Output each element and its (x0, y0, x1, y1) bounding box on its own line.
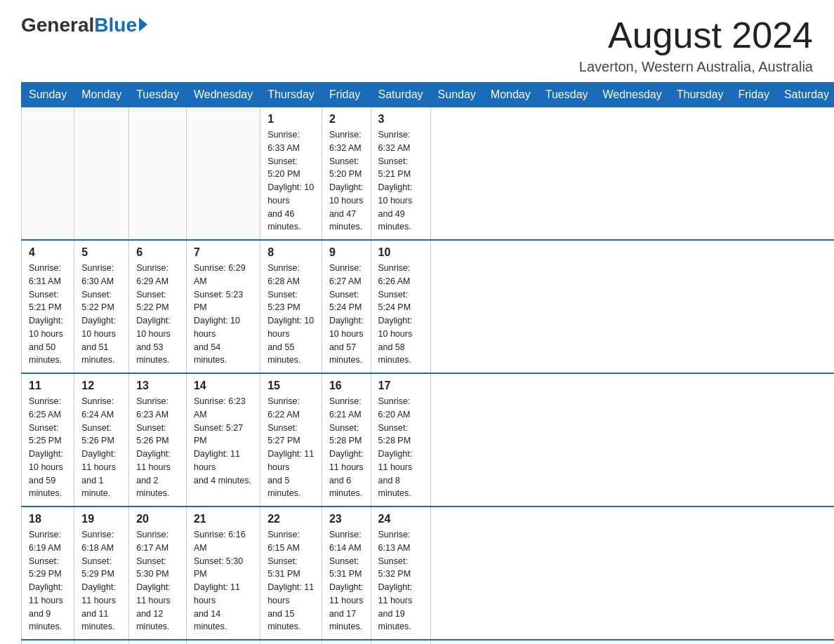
calendar-cell: 12Sunrise: 6:24 AM Sunset: 5:26 PM Dayli… (74, 373, 129, 507)
day-header-wednesday: Wednesday (595, 83, 669, 107)
logo-arrow-icon (139, 18, 147, 32)
day-info: Sunrise: 6:19 AM Sunset: 5:29 PM Dayligh… (29, 528, 67, 633)
day-info: Sunrise: 6:28 AM Sunset: 5:23 PM Dayligh… (267, 262, 315, 367)
calendar-cell: 2Sunrise: 6:32 AM Sunset: 5:20 PM Daylig… (322, 107, 371, 241)
title-section: August 2024 Laverton, Western Australia,… (579, 14, 813, 75)
calendar-cell: 17Sunrise: 6:20 AM Sunset: 5:28 PM Dayli… (371, 373, 430, 507)
day-header-friday: Friday (322, 83, 371, 107)
day-info: Sunrise: 6:17 AM Sunset: 5:30 PM Dayligh… (136, 528, 179, 633)
day-number: 8 (267, 246, 315, 259)
day-number: 15 (267, 380, 315, 392)
calendar-cell (186, 107, 260, 241)
day-info: Sunrise: 6:23 AM Sunset: 5:27 PM Dayligh… (194, 395, 253, 487)
calendar-cell: 28Sunrise: 6:08 AM Sunset: 5:34 PM Dayli… (186, 640, 260, 644)
day-info: Sunrise: 6:23 AM Sunset: 5:26 PM Dayligh… (136, 395, 179, 500)
day-header-saturday: Saturday (371, 83, 430, 107)
calendar-cell: 9Sunrise: 6:27 AM Sunset: 5:24 PM Daylig… (322, 240, 371, 373)
calendar-cell: 20Sunrise: 6:17 AM Sunset: 5:30 PM Dayli… (129, 507, 187, 640)
calendar-week-row: 18Sunrise: 6:19 AM Sunset: 5:29 PM Dayli… (22, 507, 835, 640)
day-number: 1 (267, 113, 315, 126)
day-info: Sunrise: 6:32 AM Sunset: 5:20 PM Dayligh… (329, 128, 364, 234)
day-info: Sunrise: 6:31 AM Sunset: 5:21 PM Dayligh… (29, 262, 67, 367)
calendar-cell: 8Sunrise: 6:28 AM Sunset: 5:23 PM Daylig… (260, 240, 322, 373)
calendar-cell: 24Sunrise: 6:13 AM Sunset: 5:32 PM Dayli… (371, 507, 430, 640)
calendar-cell: 7Sunrise: 6:29 AM Sunset: 5:23 PM Daylig… (186, 240, 260, 373)
calendar-week-row: 11Sunrise: 6:25 AM Sunset: 5:25 PM Dayli… (22, 373, 835, 507)
day-number: 10 (378, 246, 423, 259)
page-header: General Blue August 2024 Laverton, Weste… (21, 14, 813, 75)
calendar-cell: 14Sunrise: 6:23 AM Sunset: 5:27 PM Dayli… (186, 373, 260, 507)
calendar-cell: 31Sunrise: 6:05 AM Sunset: 5:35 PM Dayli… (371, 640, 430, 644)
calendar-cell: 15Sunrise: 6:22 AM Sunset: 5:27 PM Dayli… (260, 373, 322, 507)
calendar-cell: 26Sunrise: 6:11 AM Sunset: 5:33 PM Dayli… (74, 640, 129, 644)
calendar-cell: 23Sunrise: 6:14 AM Sunset: 5:31 PM Dayli… (322, 507, 371, 640)
day-header-monday: Monday (483, 83, 538, 107)
calendar-cell: 19Sunrise: 6:18 AM Sunset: 5:29 PM Dayli… (74, 507, 129, 640)
day-header-sunday: Sunday (22, 83, 74, 107)
day-number: 17 (378, 380, 423, 392)
day-info: Sunrise: 6:26 AM Sunset: 5:24 PM Dayligh… (378, 262, 423, 367)
day-info: Sunrise: 6:22 AM Sunset: 5:27 PM Dayligh… (267, 395, 315, 500)
day-info: Sunrise: 6:25 AM Sunset: 5:25 PM Dayligh… (29, 395, 67, 500)
day-header-wednesday: Wednesday (186, 83, 260, 107)
calendar-cell (129, 107, 187, 241)
day-number: 24 (378, 513, 423, 525)
day-number: 16 (329, 380, 364, 392)
logo-general-text: General (21, 14, 94, 36)
calendar-cell: 3Sunrise: 6:32 AM Sunset: 5:21 PM Daylig… (371, 107, 430, 241)
calendar-header-row: SundayMondayTuesdayWednesdayThursdayFrid… (22, 83, 835, 107)
day-header-tuesday: Tuesday (538, 83, 595, 107)
day-number: 14 (194, 380, 253, 392)
day-number: 9 (329, 246, 364, 259)
calendar-cell: 21Sunrise: 6:16 AM Sunset: 5:30 PM Dayli… (186, 507, 260, 640)
calendar-cell: 4Sunrise: 6:31 AM Sunset: 5:21 PM Daylig… (22, 240, 74, 373)
calendar-week-row: 4Sunrise: 6:31 AM Sunset: 5:21 PM Daylig… (22, 240, 835, 373)
calendar-cell: 25Sunrise: 6:12 AM Sunset: 5:32 PM Dayli… (22, 640, 74, 644)
calendar-cell: 10Sunrise: 6:26 AM Sunset: 5:24 PM Dayli… (371, 240, 430, 373)
day-number: 21 (194, 513, 253, 525)
day-info: Sunrise: 6:21 AM Sunset: 5:28 PM Dayligh… (329, 395, 364, 500)
day-header-monday: Monday (74, 83, 129, 107)
day-info: Sunrise: 6:30 AM Sunset: 5:22 PM Dayligh… (81, 262, 121, 367)
calendar-cell: 18Sunrise: 6:19 AM Sunset: 5:29 PM Dayli… (22, 507, 74, 640)
day-number: 3 (378, 113, 423, 126)
calendar-cell: 13Sunrise: 6:23 AM Sunset: 5:26 PM Dayli… (129, 373, 187, 507)
logo-blue-text: Blue (94, 14, 137, 36)
day-number: 22 (267, 513, 315, 525)
day-number: 13 (136, 380, 179, 392)
day-info: Sunrise: 6:32 AM Sunset: 5:21 PM Dayligh… (378, 128, 423, 234)
day-header-tuesday: Tuesday (129, 83, 187, 107)
calendar-table: SundayMondayTuesdayWednesdayThursdayFrid… (21, 82, 834, 644)
day-number: 2 (329, 113, 364, 126)
calendar-week-row: 1Sunrise: 6:33 AM Sunset: 5:20 PM Daylig… (22, 107, 835, 241)
calendar-cell: 11Sunrise: 6:25 AM Sunset: 5:25 PM Dayli… (22, 373, 74, 507)
calendar-cell: 1Sunrise: 6:33 AM Sunset: 5:20 PM Daylig… (260, 107, 322, 241)
day-header-sunday: Sunday (430, 83, 483, 107)
calendar-cell: 5Sunrise: 6:30 AM Sunset: 5:22 PM Daylig… (74, 240, 129, 373)
day-number: 20 (136, 513, 179, 525)
calendar-cell: 6Sunrise: 6:29 AM Sunset: 5:22 PM Daylig… (129, 240, 187, 373)
day-info: Sunrise: 6:27 AM Sunset: 5:24 PM Dayligh… (329, 262, 364, 367)
day-number: 12 (81, 380, 121, 392)
day-info: Sunrise: 6:24 AM Sunset: 5:26 PM Dayligh… (81, 395, 121, 500)
day-header-thursday: Thursday (669, 83, 731, 107)
day-info: Sunrise: 6:29 AM Sunset: 5:22 PM Dayligh… (136, 262, 179, 367)
logo: General Blue (21, 14, 147, 36)
calendar-cell: 29Sunrise: 6:07 AM Sunset: 5:34 PM Dayli… (260, 640, 322, 644)
day-number: 18 (29, 513, 67, 525)
day-header-thursday: Thursday (260, 83, 322, 107)
day-info: Sunrise: 6:18 AM Sunset: 5:29 PM Dayligh… (81, 528, 121, 633)
day-number: 23 (329, 513, 364, 525)
day-info: Sunrise: 6:14 AM Sunset: 5:31 PM Dayligh… (329, 528, 364, 633)
day-number: 5 (81, 246, 121, 259)
calendar-cell: 16Sunrise: 6:21 AM Sunset: 5:28 PM Dayli… (322, 373, 371, 507)
day-info: Sunrise: 6:16 AM Sunset: 5:30 PM Dayligh… (194, 528, 253, 633)
calendar-cell (22, 107, 74, 241)
day-number: 4 (29, 246, 67, 259)
day-info: Sunrise: 6:20 AM Sunset: 5:28 PM Dayligh… (378, 395, 423, 500)
day-info: Sunrise: 6:15 AM Sunset: 5:31 PM Dayligh… (267, 528, 315, 633)
month-title: August 2024 (579, 14, 813, 56)
calendar-cell: 22Sunrise: 6:15 AM Sunset: 5:31 PM Dayli… (260, 507, 322, 640)
calendar-week-row: 25Sunrise: 6:12 AM Sunset: 5:32 PM Dayli… (22, 640, 835, 644)
day-info: Sunrise: 6:13 AM Sunset: 5:32 PM Dayligh… (378, 528, 423, 633)
